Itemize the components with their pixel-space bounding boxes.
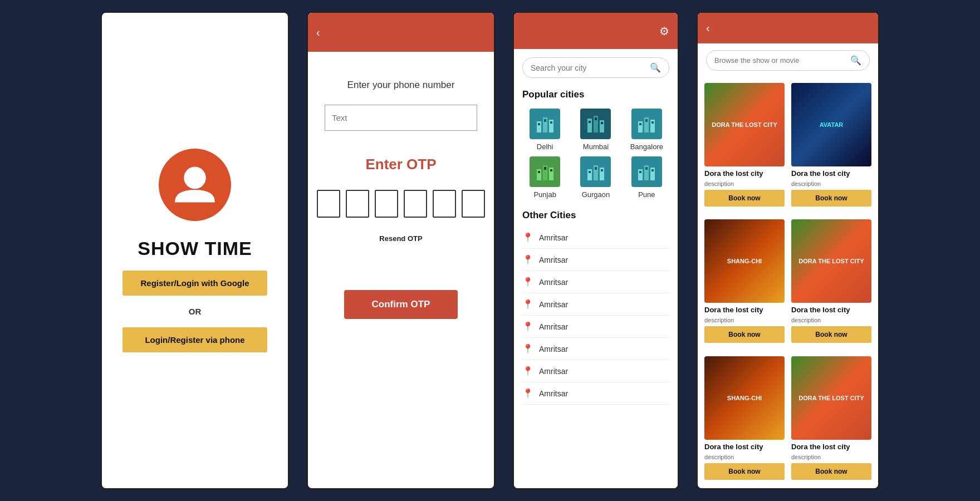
pin-icon: 📍 <box>522 277 533 287</box>
city-list-name: Amritsar <box>539 256 568 264</box>
svg-rect-6 <box>550 121 552 124</box>
back-arrow-icon[interactable]: ‹ <box>316 26 320 39</box>
popular-cities-title: Popular cities <box>522 89 669 100</box>
mumbai-label: Mumbai <box>583 143 609 151</box>
movie-title-0: Dora the lost city <box>704 169 785 178</box>
movie-card-1: AVATAR Dora the lost city description Bo… <box>791 83 871 213</box>
book-now-button-2[interactable]: Book now <box>704 326 785 343</box>
svg-rect-23 <box>544 167 546 170</box>
other-cities-title: Other Cities <box>522 210 669 221</box>
other-city-item-7[interactable]: 📍Amritsar <box>522 382 669 405</box>
svg-rect-24 <box>550 169 552 171</box>
city-item-mumbai[interactable]: Mumbai <box>573 109 618 151</box>
other-city-item-2[interactable]: 📍Amritsar <box>522 271 669 293</box>
other-city-item-3[interactable]: 📍Amritsar <box>522 293 669 316</box>
pin-icon: 📍 <box>522 254 533 265</box>
phone-label: Enter your phone number <box>347 80 455 91</box>
screen1-login: SHOW TIME Register/Login with Google OR … <box>100 11 290 490</box>
delhi-icon <box>530 109 560 139</box>
svg-point-0 <box>184 167 206 189</box>
poster-text-2: SHANG-CHI <box>727 258 762 264</box>
book-now-button-1[interactable]: Book now <box>791 190 871 207</box>
book-now-button-5[interactable]: Book now <box>791 463 871 480</box>
poster-text-3: DORA THE LOST CITY <box>798 258 864 264</box>
city-search-input[interactable] <box>531 63 650 72</box>
other-city-item-6[interactable]: 📍Amritsar <box>522 360 669 382</box>
city-content: 🔍 Popular cities Delhi <box>514 49 678 488</box>
phone-login-button[interactable]: Login/Register via phone <box>122 327 267 352</box>
movie-title-3: Dora the lost city <box>791 306 871 314</box>
movie-search-input[interactable] <box>714 56 850 65</box>
book-now-button-4[interactable]: Book now <box>704 463 785 480</box>
movie-card-3: DORA THE LOST CITY Dora the lost city de… <box>791 219 871 349</box>
otp-box-6[interactable] <box>462 190 485 218</box>
movie-poster-0: DORA THE LOST CITY <box>704 83 785 166</box>
movie-back-icon[interactable]: ‹ <box>706 22 710 35</box>
otp-box-2[interactable] <box>346 190 369 218</box>
avatar-circle <box>159 149 231 221</box>
otp-box-4[interactable] <box>404 190 427 218</box>
screen2-otp: ‹ Enter your phone number Enter OTP Rese… <box>306 11 496 490</box>
other-city-item-1[interactable]: 📍Amritsar <box>522 249 669 271</box>
other-city-item-4[interactable]: 📍Amritsar <box>522 316 669 338</box>
search-icon: 🔍 <box>650 62 661 73</box>
screen3-city: ⚙ 🔍 Popular cities Delhi <box>512 11 679 490</box>
otp-box-3[interactable] <box>375 190 398 218</box>
svg-rect-34 <box>639 171 641 173</box>
settings-icon[interactable]: ⚙ <box>659 24 669 38</box>
poster-text-1: AVATAR <box>820 121 844 128</box>
movie-poster-1: AVATAR <box>791 83 871 166</box>
punjab-label: Punjab <box>533 190 556 199</box>
book-now-button-3[interactable]: Book now <box>791 326 871 343</box>
confirm-otp-button[interactable]: Confirm OTP <box>344 290 458 319</box>
movie-card-5: DORA THE LOST CITY Dora the lost city de… <box>791 356 871 486</box>
city-item-bangalore[interactable]: Bangalore <box>624 109 669 151</box>
movie-header: ‹ <box>698 13 878 43</box>
movie-card-0: DORA THE LOST CITY Dora the lost city de… <box>704 83 785 213</box>
resend-otp-button[interactable]: Resend OTP <box>379 234 422 243</box>
city-item-pune[interactable]: Pune <box>624 156 669 199</box>
book-now-button-0[interactable]: Book now <box>704 190 785 207</box>
city-item-punjab[interactable]: Punjab <box>522 156 567 199</box>
city-search-bar[interactable]: 🔍 <box>522 57 669 78</box>
pune-label: Pune <box>638 190 655 199</box>
movie-desc-1: description <box>791 180 871 187</box>
google-login-button[interactable]: Register/Login with Google <box>122 271 267 296</box>
gurgaon-icon <box>580 156 611 187</box>
svg-rect-18 <box>651 121 654 124</box>
svg-rect-17 <box>645 119 648 122</box>
other-city-item-0[interactable]: 📍Amritsar <box>522 227 669 249</box>
other-city-item-5[interactable]: 📍Amritsar <box>522 338 669 360</box>
phone-input[interactable] <box>325 105 477 131</box>
pin-icon: 📍 <box>522 343 533 354</box>
svg-rect-4 <box>538 123 540 125</box>
city-item-delhi[interactable]: Delhi <box>522 109 567 151</box>
movie-desc-3: description <box>791 317 871 323</box>
app-title: SHOW TIME <box>138 238 252 259</box>
user-avatar-icon <box>170 160 220 210</box>
movie-search-bar[interactable]: 🔍 <box>706 50 870 71</box>
city-list-name: Amritsar <box>539 322 568 331</box>
city-item-gurgaon[interactable]: Gurgaon <box>573 156 618 199</box>
movie-card-4: SHANG-CHI Dora the lost city description… <box>704 356 785 486</box>
svg-rect-29 <box>595 167 597 170</box>
otp-box-1[interactable] <box>317 190 340 218</box>
svg-rect-16 <box>639 123 641 125</box>
svg-rect-36 <box>651 169 654 171</box>
movie-title-4: Dora the lost city <box>704 443 785 451</box>
svg-rect-30 <box>601 169 603 171</box>
pin-icon: 📍 <box>522 321 533 332</box>
popular-cities-grid: Delhi Mumbai <box>522 109 669 199</box>
movie-search-container: 🔍 <box>698 43 878 77</box>
svg-rect-11 <box>595 117 597 120</box>
movie-title-5: Dora the lost city <box>791 443 871 451</box>
city-list-name: Amritsar <box>539 345 568 353</box>
svg-rect-28 <box>589 171 591 173</box>
otp-box-5[interactable] <box>433 190 456 218</box>
city-list-name: Amritsar <box>539 389 568 398</box>
pune-icon <box>631 156 662 187</box>
city-list-name: Amritsar <box>539 278 568 287</box>
screen4-movies: ‹ 🔍 DORA THE LOST CITY Dora the lost cit… <box>696 11 880 490</box>
or-separator: OR <box>189 307 202 316</box>
movie-poster-3: DORA THE LOST CITY <box>791 219 871 303</box>
